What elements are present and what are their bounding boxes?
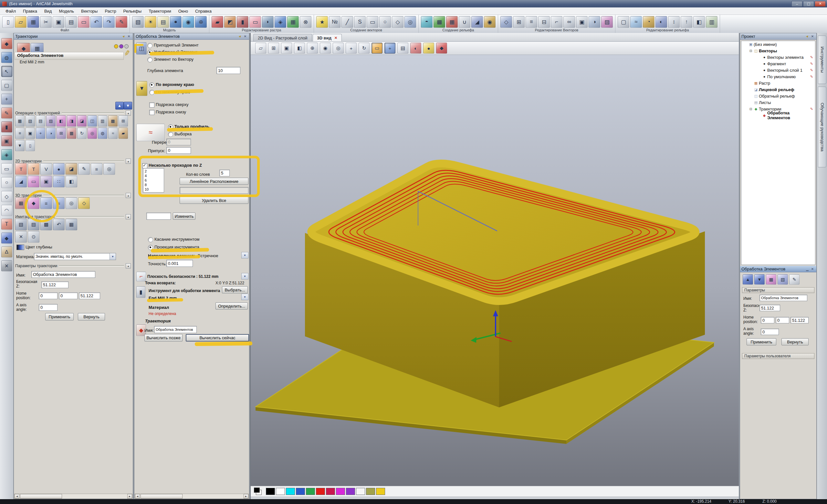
profile-3d-icon[interactable]: ◧: [65, 176, 77, 187]
invert-relief-icon[interactable]: ◐: [655, 16, 667, 28]
copy-toolpath-icon[interactable]: ▣: [26, 128, 35, 139]
section-collapse-button[interactable]: ▴: [126, 159, 131, 164]
pass-edit-input[interactable]: [146, 213, 171, 220]
layer-edit-icon[interactable]: ✎: [810, 68, 815, 72]
menu-item[interactable]: Векторы: [78, 8, 101, 14]
smooth-relief-icon[interactable]: ≈: [630, 16, 642, 28]
tree-item[interactable]: ⊟ ◫ Векторы: [741, 48, 815, 54]
toolpath-display-icon[interactable]: ◆: [436, 43, 447, 54]
rectangle-icon[interactable]: ▭: [367, 16, 378, 28]
measure-tool-icon[interactable]: ∆: [1, 247, 12, 257]
offset-strategy-icon[interactable]: ◎: [103, 163, 115, 175]
transform-icon[interactable]: +: [1, 94, 12, 105]
render-icon[interactable]: ◉: [183, 16, 194, 28]
isometric-view-icon[interactable]: ◧: [294, 43, 305, 54]
tool-touch-radio[interactable]: [148, 237, 153, 242]
zoom-in-icon[interactable]: ⊕: [307, 43, 318, 54]
top-edge-radio[interactable]: [149, 83, 154, 88]
mirror-relief-icon[interactable]: ◧: [693, 16, 705, 28]
group-icon[interactable]: ▣: [576, 16, 588, 28]
toolpath-tools-icon[interactable]: ◆: [1, 38, 12, 49]
maximize-button[interactable]: ▢: [803, 1, 814, 7]
tool-dropdown-icon[interactable]: ▼: [241, 294, 248, 300]
move-down-icon[interactable]: ▼: [754, 274, 765, 285]
mirror-icon[interactable]: ◑: [589, 16, 600, 28]
flyout-tab-tools[interactable]: Инструменты: [818, 36, 826, 84]
laser-icon[interactable]: ◇: [78, 197, 90, 209]
area-clearance-icon[interactable]: T: [28, 163, 39, 175]
trim-icon[interactable]: ⊟: [538, 16, 550, 28]
a-axis-input[interactable]: 0: [39, 304, 57, 311]
raster-settings-icon[interactable]: ⊗: [300, 16, 311, 28]
brush-icon[interactable]: ▮: [237, 16, 248, 28]
clone-tool-icon[interactable]: ▣: [1, 135, 12, 146]
depth-colour-icon[interactable]: [16, 245, 24, 250]
offset-icon[interactable]: ≡: [526, 16, 537, 28]
section-collapse-button[interactable]: ▴: [126, 110, 131, 116]
section-collapse-button[interactable]: ▴: [126, 263, 131, 268]
zoom-window-icon[interactable]: ◎: [333, 43, 344, 54]
raster-strategy-icon[interactable]: ≡: [91, 163, 102, 175]
move-up-icon[interactable]: ▲: [743, 274, 753, 285]
save-toolpath-icon[interactable]: ▦: [15, 115, 25, 127]
tab-2d-view[interactable]: 2D Вид - Растровый слой: [253, 34, 312, 41]
tree-item[interactable]: ● Векторы элемента ✎: [741, 54, 815, 60]
load-toolpath-icon[interactable]: ▧: [26, 115, 35, 127]
edit-pen-icon[interactable]: ✎: [116, 16, 127, 28]
flood-fill-icon[interactable]: ◈: [275, 16, 286, 28]
post-process-icon[interactable]: ▼: [15, 140, 25, 151]
ellipse-icon[interactable]: ○: [379, 16, 391, 28]
sim-options-icon[interactable]: ⊙: [28, 231, 39, 243]
minimize-button[interactable]: –: [791, 1, 802, 7]
scale-relief-icon[interactable]: ↕: [668, 16, 680, 28]
draw-2d-toggle-icon[interactable]: ▭: [372, 43, 383, 54]
paint-brush-icon[interactable]: ▮: [1, 121, 12, 133]
menu-item[interactable]: Справка: [192, 8, 215, 14]
extrude-icon[interactable]: ◢: [471, 16, 483, 28]
scroll-thumb[interactable]: [20, 494, 62, 499]
colour-shade-icon[interactable]: ◐: [410, 43, 421, 54]
edit-toolpath-icon[interactable]: ✎: [789, 274, 799, 285]
colour-swatch[interactable]: [296, 488, 305, 495]
spin-toolpath-icon[interactable]: ↻: [77, 128, 87, 139]
layer-edit-icon[interactable]: ✎: [810, 74, 815, 79]
rotate-view-icon[interactable]: ↻: [358, 43, 370, 54]
colour-swatch[interactable]: [266, 488, 275, 495]
define-material-button[interactable]: Определить...: [215, 302, 248, 309]
colour-swatch[interactable]: [356, 488, 365, 495]
flood-fill-icon[interactable]: ◈: [1, 149, 12, 160]
select-relief-icon[interactable]: ▢: [618, 16, 629, 28]
quick-simulate-icon[interactable]: ◪: [77, 115, 87, 127]
menu-item[interactable]: Вид: [41, 8, 56, 14]
raise-relief-icon[interactable]: ↑: [681, 16, 692, 28]
scroll-left-icon[interactable]: ◄: [135, 494, 140, 499]
mirror-toolpath-icon[interactable]: ◑: [46, 128, 56, 139]
material-shade-icon[interactable]: ●: [423, 43, 434, 54]
home-y-input[interactable]: 0: [59, 292, 78, 299]
text-tool-icon[interactable]: T: [1, 219, 12, 230]
copy-icon[interactable]: ▣: [53, 16, 64, 28]
vector-element-radio[interactable]: [147, 57, 152, 62]
rest-machining-icon[interactable]: ▣: [40, 176, 52, 187]
close-button[interactable]: ✕: [815, 1, 826, 7]
scroll-right-icon[interactable]: ►: [244, 494, 248, 499]
simulate-all-icon[interactable]: ▧: [778, 274, 788, 285]
colour-swatch[interactable]: [366, 488, 375, 495]
apply-button[interactable]: Применить: [45, 313, 74, 320]
home-y-input[interactable]: 0: [776, 317, 789, 323]
menu-item[interactable]: Траектории: [145, 8, 175, 14]
polyline-icon[interactable]: ╱: [341, 16, 353, 28]
close-tab-icon[interactable]: ✕: [334, 36, 337, 40]
distort-icon[interactable]: ▨: [601, 16, 613, 28]
paste-relief-icon[interactable]: ▥: [706, 16, 718, 28]
tree-item[interactable]: ● Фрагмент ✎: [741, 60, 815, 67]
draw-icon[interactable]: ✎: [1, 108, 12, 118]
tree-item[interactable]: ◪ Лицевой рельеф: [741, 86, 815, 93]
tab-3d-view[interactable]: 3D вид✕: [313, 34, 342, 41]
expander-icon[interactable]: ⊟: [748, 49, 753, 53]
fillet-icon[interactable]: ⌐: [551, 16, 563, 28]
reset-simulation-icon[interactable]: ↶: [53, 219, 64, 230]
preview-icon[interactable]: ●: [170, 16, 182, 28]
tree-item[interactable]: ▣ (Без имени): [741, 41, 815, 48]
toolpath-drawing-icon[interactable]: ▥: [98, 115, 107, 127]
